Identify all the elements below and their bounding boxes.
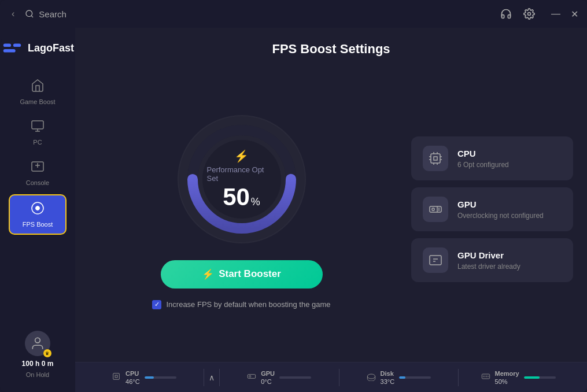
svg-point-40 — [367, 374, 375, 379]
bottom-memory-info: Memory 50% — [495, 370, 519, 385]
svg-rect-37 — [115, 375, 117, 378]
close-button[interactable]: ✕ — [568, 8, 580, 20]
svg-rect-20 — [434, 157, 437, 160]
page-title: FPS Boost Settings — [75, 28, 587, 66]
time-display: 100 h 0 m — [22, 360, 54, 368]
svg-rect-3 — [1, 37, 23, 59]
pc-icon — [31, 119, 45, 136]
svg-rect-7 — [32, 121, 43, 129]
svg-rect-30 — [432, 208, 434, 210]
bottom-disk-bar-fill — [399, 376, 405, 379]
svg-line-1 — [31, 16, 33, 17]
svg-rect-36 — [113, 373, 120, 380]
back-button[interactable]: ‹ — [7, 6, 19, 21]
start-btn-label: Start Booster — [219, 268, 281, 280]
user-badge: ♛ — [43, 349, 51, 357]
gauge-center: ⚡ Performance Opt Set 50 % — [207, 149, 276, 209]
settings-icon-btn[interactable] — [522, 7, 536, 21]
right-panel: CPU 6 Opt configured — [411, 136, 573, 282]
avatar[interactable]: ♛ — [25, 331, 50, 356]
gpu-icon — [423, 197, 448, 222]
cpu-stat-name: CPU — [457, 149, 509, 158]
gpu-driver-stat-info: GPU Driver Latest driver already — [457, 250, 520, 271]
bottom-memory-bar — [524, 376, 556, 379]
gpu-stat-name: GPU — [457, 199, 544, 209]
start-btn-icon: ⚡ — [202, 268, 214, 280]
svg-rect-33 — [430, 256, 441, 265]
svg-rect-6 — [13, 43, 21, 47]
stat-card-gpu-driver[interactable]: GPU Driver Latest driver already — [411, 238, 573, 282]
sidebar-item-pc[interactable]: PC — [9, 113, 67, 151]
svg-rect-39 — [249, 376, 251, 378]
user-area: ♛ 100 h 0 m On Hold — [22, 331, 54, 383]
sidebar-item-game-boost[interactable]: Game Boost — [9, 73, 67, 111]
bottom-cpu-icon — [112, 372, 121, 383]
bottom-disk-info: Disk 33°C — [381, 370, 395, 385]
start-booster-button[interactable]: ⚡ Start Booster — [161, 260, 323, 289]
console-icon — [31, 160, 45, 177]
sidebar-item-console[interactable]: Console — [9, 154, 67, 192]
checkbox-row[interactable]: ✓ Increase FPS by default when boosting … — [152, 300, 330, 309]
logo-text: LagoFast — [28, 42, 74, 54]
gpu-stat-info: GPU Overclocking not configured — [457, 199, 544, 220]
content-area: FPS Boost Settings — [75, 28, 587, 392]
minimize-button[interactable]: — — [550, 8, 562, 20]
game-boost-icon — [31, 79, 45, 96]
svg-point-13 — [35, 338, 40, 343]
sidebar: LagoFast Game Boost — [0, 28, 75, 392]
bottom-stat-disk: Disk 33°C — [339, 370, 459, 385]
bottom-cpu-value: 46°C — [125, 378, 140, 385]
title-bar-actions: — ✕ — [499, 7, 580, 21]
bottom-disk-icon — [367, 372, 376, 383]
svg-point-2 — [528, 13, 531, 16]
fps-checkbox[interactable]: ✓ — [152, 300, 161, 309]
svg-rect-5 — [3, 49, 16, 53]
svg-rect-4 — [3, 43, 11, 47]
search-placeholder: Search — [39, 9, 67, 19]
cpu-stat-info: CPU 6 Opt configured — [457, 149, 509, 169]
bottom-disk-label: Disk — [381, 370, 395, 377]
bottom-bar: CPU 46°C ∧ — [75, 362, 587, 392]
svg-rect-29 — [430, 206, 441, 212]
logo-icon — [1, 37, 23, 59]
fps-boost-icon — [31, 201, 45, 219]
gpu-driver-stat-name: GPU Driver — [457, 250, 520, 260]
stat-card-cpu[interactable]: CPU 6 Opt configured — [411, 136, 573, 180]
checkbox-label: Increase FPS by default when boosting th… — [166, 300, 330, 309]
app-container: ‹ Search — — [0, 0, 587, 392]
sidebar-label-console: Console — [26, 179, 49, 186]
svg-rect-19 — [431, 154, 440, 163]
gpu-stat-desc: Overclocking not configured — [457, 212, 544, 220]
title-bar: ‹ Search — — [0, 0, 587, 28]
bottom-cpu-info: CPU 46°C — [125, 370, 140, 385]
bottom-up-button[interactable]: ∧ — [204, 371, 219, 384]
gauge-value: 50 — [223, 185, 250, 209]
gauge-container: ⚡ Performance Opt Set 50 % — [172, 110, 311, 249]
bottom-gpu-value: 0°C — [261, 378, 275, 385]
svg-point-0 — [26, 10, 32, 17]
bottom-stat-cpu: CPU 46°C — [84, 370, 204, 385]
stat-card-gpu[interactable]: GPU Overclocking not configured — [411, 187, 573, 231]
search-icon — [25, 9, 34, 19]
main-layout: LagoFast Game Boost — [0, 28, 587, 392]
sidebar-label-pc: PC — [33, 139, 42, 146]
bottom-memory-icon — [481, 372, 490, 383]
support-icon-btn[interactable] — [499, 7, 513, 21]
bottom-cpu-bar — [145, 376, 176, 379]
cpu-icon — [423, 146, 448, 171]
bottom-memory-label: Memory — [495, 370, 519, 377]
sidebar-item-fps-boost[interactable]: FPS Boost — [9, 194, 67, 235]
cpu-stat-desc: 6 Opt configured — [457, 161, 509, 169]
gauge-unit: % — [251, 196, 260, 208]
bottom-gpu-bar — [279, 376, 311, 379]
sidebar-label-fps-boost: FPS Boost — [23, 221, 53, 228]
bottom-memory-value: 50% — [495, 378, 519, 385]
search-bar[interactable]: Search — [25, 9, 493, 19]
gauge-lightning-icon: ⚡ — [234, 149, 249, 163]
gauge-section: ⚡ Performance Opt Set 50 % ⚡ Start Boost… — [89, 110, 394, 309]
content-body: ⚡ Performance Opt Set 50 % ⚡ Start Boost… — [75, 66, 587, 362]
bottom-memory-bar-fill — [524, 376, 540, 379]
check-mark: ✓ — [154, 301, 160, 308]
bottom-cpu-bar-fill — [145, 376, 154, 379]
bottom-disk-bar — [399, 376, 431, 379]
